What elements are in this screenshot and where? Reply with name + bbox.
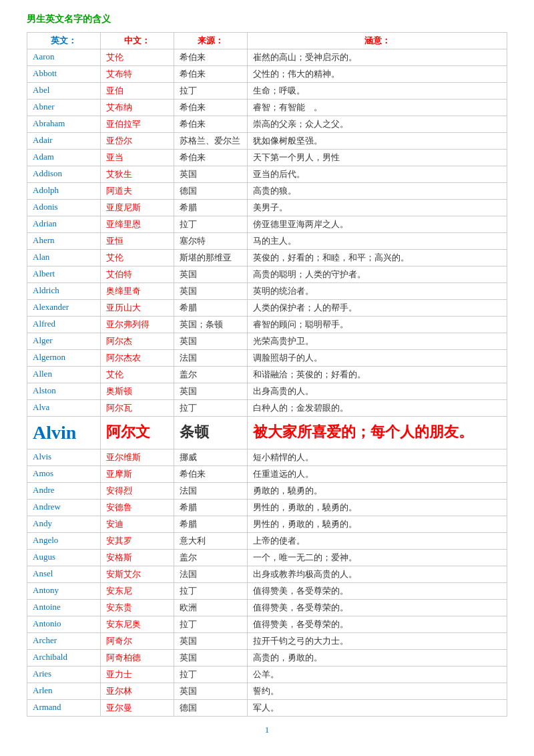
name-src: 英国 xyxy=(174,683,248,700)
name-src: 塞尔特 xyxy=(174,233,248,250)
name-meaning: 英明的统治者。 xyxy=(248,283,507,300)
header-src: 来源： xyxy=(174,33,248,49)
name-en: Andy xyxy=(27,516,101,533)
table-row: Abraham亚伯拉罕希伯来崇高的父亲；众人之父。 xyxy=(27,116,507,133)
name-en: Abel xyxy=(27,83,101,100)
name-meaning: 短小精悍的人。 xyxy=(248,449,507,466)
table-row: Addison艾狄生英国亚当的后代。 xyxy=(27,166,507,183)
table-row: Arlen亚尔林英国誓约。 xyxy=(27,683,507,700)
table-row: Adrian亚缔里恩拉丁傍亚德里亚海两岸之人。 xyxy=(27,216,507,233)
name-src: 挪威 xyxy=(174,449,248,466)
name-cn: 阿尔杰农 xyxy=(101,350,174,367)
name-en: Alva xyxy=(27,400,101,417)
name-meaning: 崔然的高山；受神启示的。 xyxy=(248,49,507,66)
name-src: 盖尔 xyxy=(174,550,248,566)
name-cn: 亚恒 xyxy=(101,233,174,250)
name-cn: 安格斯 xyxy=(101,550,174,566)
name-src: 拉丁 xyxy=(174,83,248,100)
name-en: Armand xyxy=(27,700,101,717)
name-src: 德国 xyxy=(174,700,248,717)
header-cn: 中文： xyxy=(101,33,174,49)
name-src: 英国；条顿 xyxy=(174,317,248,333)
name-src: 希伯来 xyxy=(174,150,248,166)
header-en: 英文： xyxy=(27,33,101,49)
table-row: Archibald阿奇柏德英国高贵的，勇敢的。 xyxy=(27,650,507,667)
name-en: Alfred xyxy=(27,317,101,333)
name-en: Addison xyxy=(27,166,101,183)
table-row: Andre安得烈法国勇敢的，驍勇的。 xyxy=(27,483,507,500)
name-meaning: 白种人的；金发碧眼的。 xyxy=(248,400,507,417)
name-meaning: 值得赞美，各受尊荣的。 xyxy=(248,583,507,600)
name-en: Algernon xyxy=(27,350,101,367)
name-src: 英国 xyxy=(174,633,248,650)
name-meaning: 一个，唯一无二的；爱神。 xyxy=(248,550,507,566)
name-src: 法国 xyxy=(174,566,248,583)
name-meaning: 拉开千钧之弓的大力士。 xyxy=(248,633,507,650)
name-meaning: 高贵的，勇敢的。 xyxy=(248,650,507,667)
name-meaning: 崇高的父亲；众人之父。 xyxy=(248,116,507,133)
name-src: 英国 xyxy=(174,650,248,667)
table-row: Alfred亚尔弗列得英国；条顿睿智的顾问；聪明帮手。 xyxy=(27,317,507,333)
name-en: Abraham xyxy=(27,116,101,133)
name-meaning: 男性的，勇敢的，驍勇的。 xyxy=(248,500,507,516)
name-src: 拉丁 xyxy=(174,667,248,683)
name-cn: 亚伯 xyxy=(101,83,174,100)
table-row: Allen艾伦盖尔和谐融洽；英俊的；好看的。 xyxy=(27,367,507,383)
name-src: 希腊 xyxy=(174,300,248,317)
name-en: Antonio xyxy=(27,616,101,633)
name-en: Andre xyxy=(27,483,101,500)
name-en: Antoine xyxy=(27,600,101,616)
table-row: Alvis亚尔维斯挪威短小精悍的人。 xyxy=(27,449,507,466)
name-src: 希伯来 xyxy=(174,100,248,116)
name-cn: 亚岱尔 xyxy=(101,133,174,150)
name-cn: 艾伦 xyxy=(101,367,174,383)
name-meaning: 睿智；有智能 。 xyxy=(248,100,507,116)
name-en: Arlen xyxy=(27,683,101,700)
table-row: Archer阿奇尔英国拉开千钧之弓的大力士。 xyxy=(27,633,507,650)
name-en: Archer xyxy=(27,633,101,650)
table-row: Andrew安德鲁希腊男性的，勇敢的，驍勇的。 xyxy=(27,500,507,516)
name-meaning: 高贵的狼。 xyxy=(248,183,507,200)
name-cn: 亚力士 xyxy=(101,667,174,683)
name-cn: 安得烈 xyxy=(101,483,174,500)
name-en: Albert xyxy=(27,266,101,283)
table-row: Abel亚伯拉丁生命；呼吸。 xyxy=(27,83,507,100)
name-cn: 阿尔杰 xyxy=(101,333,174,350)
page-title: 男生英文名字的含义 xyxy=(27,13,507,25)
table-header: 英文： 中文： 来源： 涵意： xyxy=(27,33,507,49)
name-meaning: 光荣高贵护卫。 xyxy=(248,333,507,350)
name-en: Adair xyxy=(27,133,101,150)
name-en: Alvin xyxy=(27,417,101,449)
table-row: Adam亚当希伯来天下第一个男人，男性 xyxy=(27,150,507,166)
table-row: Antony安东尼拉丁值得赞美，各受尊荣的。 xyxy=(27,583,507,600)
name-cn: 亚缔里恩 xyxy=(101,216,174,233)
name-meaning: 英俊的，好看的；和睦，和平；高兴的。 xyxy=(248,250,507,266)
name-cn: 安东贵 xyxy=(101,600,174,616)
name-meaning: 犹如像树般坚强。 xyxy=(248,133,507,150)
name-en: Alvis xyxy=(27,449,101,466)
table-row: Aaron艾伦希伯来崔然的高山；受神启示的。 xyxy=(27,49,507,66)
name-meaning: 马的主人。 xyxy=(248,233,507,250)
name-cn: 奥斯顿 xyxy=(101,383,174,400)
table-row: Alexander亚历山大希腊人类的保护者；人的帮手。 xyxy=(27,300,507,317)
name-en: Archibald xyxy=(27,650,101,667)
name-meaning: 人类的保护者；人的帮手。 xyxy=(248,300,507,317)
name-src: 德国 xyxy=(174,183,248,200)
name-cn: 艾伦 xyxy=(101,250,174,266)
name-meaning: 睿智的顾问；聪明帮手。 xyxy=(248,317,507,333)
table-row: Ahern亚恒塞尔特马的主人。 xyxy=(27,233,507,250)
name-meaning: 出身高贵的人。 xyxy=(248,383,507,400)
name-src: 希伯来 xyxy=(174,49,248,66)
name-en: Antony xyxy=(27,583,101,600)
name-en: Adam xyxy=(27,150,101,166)
name-en: Allen xyxy=(27,367,101,383)
table-row: Adonis亚度尼斯希腊美男子。 xyxy=(27,200,507,216)
name-meaning: 被大家所喜爱的；每个人的朋友。 xyxy=(248,417,507,449)
name-en: Alexander xyxy=(27,300,101,317)
name-cn: 亚历山大 xyxy=(101,300,174,317)
name-cn: 亚摩斯 xyxy=(101,466,174,483)
name-src: 斯堪的那维亚 xyxy=(174,250,248,266)
name-en: Augus xyxy=(27,550,101,566)
name-meaning: 傍亚德里亚海两岸之人。 xyxy=(248,216,507,233)
name-src: 英国 xyxy=(174,283,248,300)
